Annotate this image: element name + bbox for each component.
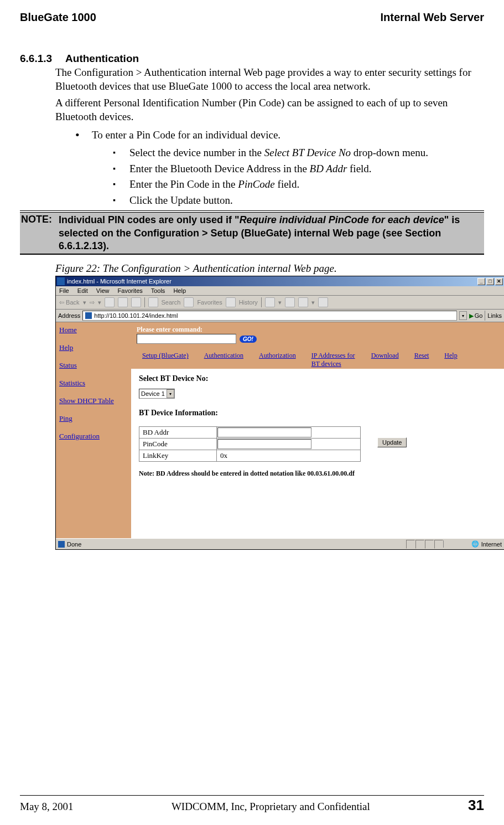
sidebar-ping[interactable]: Ping (59, 414, 128, 423)
sub-item: Enter the Bluetooth Device Address in th… (113, 161, 484, 177)
go-oval-button[interactable]: GO! (240, 336, 257, 343)
command-input[interactable] (137, 334, 236, 344)
sub-text: Select the device number in the (129, 147, 264, 158)
bdaddr-input[interactable] (217, 427, 311, 437)
page-icon (85, 312, 92, 319)
tab-help[interactable]: Help (444, 352, 457, 359)
close-button[interactable]: ✕ (495, 278, 503, 285)
section-number: 6.6.1.3 (20, 53, 52, 64)
menu-tools[interactable]: Tools (151, 287, 165, 294)
ie-titlebar: index.html - Microsoft Internet Explorer… (56, 276, 504, 286)
menu-file[interactable]: File (59, 287, 69, 294)
history-icon[interactable] (226, 297, 236, 307)
address-dropdown[interactable]: ▾ (459, 311, 467, 320)
table-row: PinCode (139, 439, 361, 450)
device-select[interactable]: Device 1 ▾ (139, 389, 175, 399)
note-content: Individual PIN codes are only used if "R… (59, 214, 483, 252)
sub-item: Enter the Pin Code in the PinCode field. (113, 177, 484, 193)
sub-post: field. (347, 163, 371, 174)
pincode-input[interactable] (217, 439, 311, 449)
command-label: Please enter command: (137, 326, 257, 334)
sidebar-configuration[interactable]: Configuration (59, 432, 128, 441)
menu-help[interactable]: Help (173, 287, 186, 294)
linkkey-value: 0x (220, 451, 227, 460)
tab-ip[interactable]: IP Addresses for BT devices (311, 352, 355, 367)
address-input[interactable]: http://10.100.101.24/index.html (82, 311, 456, 321)
edit-icon[interactable] (298, 297, 308, 307)
maximize-button[interactable]: □ (486, 278, 494, 285)
discuss-icon[interactable] (318, 297, 328, 307)
refresh-icon[interactable] (118, 297, 128, 307)
bdaddr-label: BD Addr (139, 427, 217, 439)
info-heading: BT Device Information: (139, 409, 496, 417)
favorites-icon[interactable] (184, 297, 194, 307)
select-heading: Select BT Device No: (139, 374, 496, 383)
sub-item: Select the device number in the Select B… (113, 145, 484, 161)
para-1: The Configuration > Authentication inter… (55, 66, 484, 93)
section-title: Authentication (65, 53, 139, 64)
search-icon[interactable] (148, 297, 158, 307)
tabs-row: Setup (BlueGate) Authentication Authoriz… (131, 347, 504, 369)
sidebar-statistics[interactable]: Statistics (59, 379, 128, 388)
command-bar: Please enter command: GO! (131, 322, 504, 347)
table-row: BD Addr (139, 427, 361, 439)
menu-view[interactable]: View (96, 287, 110, 294)
favorites-label: Favorites (197, 299, 222, 306)
print-icon[interactable] (285, 297, 295, 307)
back-button[interactable]: ⇦ Back (59, 299, 80, 306)
home-icon[interactable] (131, 297, 141, 307)
sub-em: BD Addr (310, 163, 347, 174)
tab-authentication[interactable]: Authentication (204, 352, 243, 359)
section-heading: 6.6.1.3Authentication (20, 53, 484, 65)
device-info-table: BD Addr PinCode LinkKey 0x (139, 426, 361, 462)
header-left: BlueGate 1000 (20, 11, 96, 24)
divider (20, 210, 484, 211)
mail-icon[interactable] (265, 297, 275, 307)
menu-edit[interactable]: Edit (77, 287, 88, 294)
history-label: History (239, 299, 258, 306)
update-button[interactable]: Update (377, 437, 407, 447)
page-header: BlueGate 1000 Internal Web Server (20, 0, 484, 24)
ie-menubar: File Edit View Favorites Tools Help (56, 286, 504, 296)
footer-date: May 8, 2001 (20, 801, 74, 813)
menu-favorites[interactable]: Favorites (118, 287, 143, 294)
ie-window: index.html - Microsoft Internet Explorer… (56, 276, 504, 549)
tab-authorization[interactable]: Authorization (259, 352, 296, 359)
links-label[interactable]: Links (487, 312, 502, 319)
note-pre: Individual PIN codes are only used if " (59, 214, 240, 225)
tab-reset[interactable]: Reset (414, 352, 429, 359)
stop-icon[interactable] (105, 297, 115, 307)
ie-toolbar: ⇦ Back ▾ ⇨ ▾ Search Favorites History ▾ … (56, 296, 504, 310)
tab-setup[interactable]: Setup (BlueGate) (142, 352, 189, 359)
internet-icon: 🌐 (471, 540, 479, 548)
footer-page: 31 (468, 797, 484, 814)
header-right: Internal Web Server (381, 11, 484, 24)
figure-caption: Figure 22: The Configuration > Authentic… (55, 262, 484, 275)
linkkey-label: LinkKey (139, 450, 217, 462)
status-done: Done (67, 541, 81, 548)
sub-post: drop-down menu. (351, 147, 428, 158)
table-row: LinkKey 0x (139, 450, 361, 462)
sidebar-dhcp[interactable]: Show DHCP Table (59, 396, 128, 405)
sub-list: Select the device number in the Select B… (113, 145, 484, 208)
sidebar-help[interactable]: Help (59, 343, 128, 352)
tab-download[interactable]: Download (371, 352, 399, 359)
bullet-item: To enter a Pin Code for an individual de… (75, 127, 484, 209)
device-select-value: Device 1 (141, 390, 165, 397)
sidebar-home[interactable]: Home (59, 326, 128, 334)
minimize-button[interactable]: _ (477, 278, 485, 285)
page-icon (58, 541, 65, 548)
para-2: A different Personal Identification Numb… (55, 96, 484, 123)
status-zone: Internet (481, 541, 502, 548)
page-footer: May 8, 2001 WIDCOMM, Inc, Proprietary an… (20, 795, 484, 814)
window-title: index.html - Microsoft Internet Explorer (67, 278, 172, 285)
sub-post: field. (275, 178, 299, 190)
form-note: Note: BD Address should be entered in do… (139, 470, 496, 478)
footer-center: WIDCOMM, Inc, Proprietary and Confidenti… (172, 801, 370, 813)
url-text: http://10.100.101.24/index.html (94, 312, 178, 319)
go-button[interactable]: ▶ Go (469, 312, 483, 319)
ie-statusbar: Done 🌐 Internet (56, 538, 504, 549)
search-label: Search (162, 299, 181, 306)
sidebar-status[interactable]: Status (59, 361, 128, 370)
forward-button[interactable]: ⇨ (90, 299, 95, 306)
